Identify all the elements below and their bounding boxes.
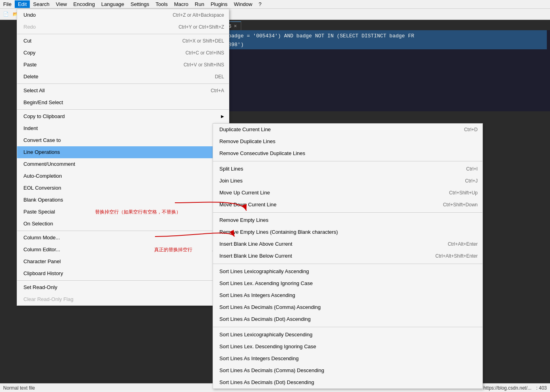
submenu-sep2 — [213, 212, 482, 213]
tab-close[interactable]: ✕ — [234, 24, 237, 28]
menu-cut-shortcut: Ctrl+X or Shift+DEL — [182, 37, 224, 45]
submenu-insert-blank-above[interactable]: Insert Blank Line Above Current Ctrl+Alt… — [213, 238, 482, 250]
menu-delete[interactable]: Delete DEL — [17, 71, 229, 83]
submenu-sort-int-asc[interactable]: Sort Lines As Integers Ascending — [213, 289, 482, 301]
menu-indent[interactable]: Indent ▶ — [17, 122, 229, 134]
submenu-sort-int-asc-label: Sort Lines As Integers Ascending — [219, 291, 295, 300]
menu-blank-operations[interactable]: Blank Operations ▶ — [17, 194, 229, 206]
submenu-insert-blank-above-label: Insert Blank Line Above Current — [219, 240, 292, 248]
menu-settings[interactable]: Settings — [128, 0, 153, 8]
menu-file[interactable]: File — [0, 0, 15, 8]
editor-area[interactable]: [124] a4f11826ad980c4:b23f24d200000000] … — [213, 20, 550, 111]
submenu-duplicate-line[interactable]: Duplicate Current Line Ctrl+D — [213, 124, 482, 136]
submenu-sort-lexi-asc-nocase[interactable]: Sort Lines Lex. Ascending Ignoring Case — [213, 278, 482, 289]
menu-run[interactable]: Run — [192, 0, 207, 8]
menu-redo-shortcut: Ctrl+Y or Ctrl+Shift+Z — [178, 23, 224, 31]
menu-paste[interactable]: Paste Ctrl+V or Shift+INS — [17, 59, 229, 71]
tabbar: new 6 ✕ — [213, 20, 550, 30]
menu-cut[interactable]: Cut Ctrl+X or Shift+DEL — [17, 35, 229, 47]
menu-delete-shortcut: DEL — [215, 72, 224, 81]
submenu-sort-lexi-asc[interactable]: Sort Lines Lexicographically Ascending — [213, 266, 482, 278]
submenu-sort-dec-dot-desc[interactable]: Sort Lines As Decimals (Dot) Descending — [213, 376, 482, 388]
menu-eol-conversion-label: EOL Conversion — [23, 184, 61, 192]
submenu-sort-dec-dot-asc[interactable]: Sort Lines As Decimals (Dot) Ascending — [213, 313, 482, 325]
menu-copy-to-clipboard-label: Copy to Clipboard — [23, 112, 65, 121]
submenu-sep3 — [213, 264, 482, 264]
menu-encoding[interactable]: Encoding — [70, 0, 98, 8]
editor-line-3: '012898') — [216, 41, 547, 49]
menu-search[interactable]: Search — [30, 0, 52, 8]
submenu-sort-dec-dot-asc-label: Sort Lines As Decimals (Dot) Ascending — [219, 315, 311, 324]
sep3 — [17, 109, 229, 110]
menu-character-panel[interactable]: Character Panel — [17, 256, 229, 268]
menu-auto-completion-label: Auto-Completion — [23, 172, 62, 180]
submenu-sort-dec-comma-asc[interactable]: Sort Lines As Decimals (Comma) Ascending — [213, 301, 482, 313]
menu-comment-uncomment-label: Comment/Uncomment — [23, 160, 75, 169]
main-container: File Edit Search View Encoding Language … — [0, 0, 550, 392]
menu-set-read-only[interactable]: Set Read-Only — [17, 281, 229, 293]
menu-auto-completion[interactable]: Auto-Completion ▶ — [17, 170, 229, 182]
submenu-sort-int-desc-label: Sort Lines As Integers Descending — [219, 354, 298, 363]
menu-redo-label: Redo — [23, 23, 36, 31]
menu-begin-end-select[interactable]: Begin/End Select — [17, 97, 229, 109]
menu-convert-case-label: Convert Case to — [23, 136, 61, 145]
menu-tools[interactable]: Tools — [153, 0, 171, 8]
menu-convert-case[interactable]: Convert Case to ▶ — [17, 134, 229, 146]
submenu-move-up-label: Move Up Current Line — [219, 188, 270, 197]
menu-undo-shortcut: Ctrl+Z or Alt+Backspace — [173, 11, 224, 19]
menu-set-read-only-label: Set Read-Only — [23, 283, 57, 292]
menu-clipboard-history[interactable]: Clipboard History — [17, 268, 229, 279]
submenu-sort-int-desc[interactable]: Sort Lines As Integers Descending — [213, 353, 482, 365]
menu-paste-shortcut: Ctrl+V or Shift+INS — [184, 60, 224, 69]
menu-character-panel-label: Character Panel — [23, 257, 61, 266]
menu-column-editor[interactable]: Column Editor... 真正的替换掉空行 Alt+C — [17, 244, 229, 256]
menu-indent-label: Indent — [23, 124, 38, 133]
menu-edit[interactable]: Edit — [15, 0, 30, 8]
submenu-move-up[interactable]: Move Up Current Line Ctrl+Shift+Up — [213, 187, 482, 199]
submenu-remove-consecutive-dup[interactable]: Remove Consecutive Duplicate Lines — [213, 147, 482, 159]
menu-on-selection[interactable]: On Selection ▶ — [17, 218, 229, 230]
submenu-move-down[interactable]: Move Down Current Line Ctrl+Shift+Down — [213, 199, 482, 211]
menu-redo[interactable]: Redo Ctrl+Y or Ctrl+Shift+Z — [17, 21, 229, 33]
menu-clear-read-only[interactable]: Clear Read-Only Flag — [17, 293, 229, 305]
editor-line-2-text: AND badge = '005434') AND badge NOT IN (… — [216, 33, 414, 39]
menu-select-all[interactable]: Select All Ctrl+A — [17, 85, 229, 97]
submenu-join-lines[interactable]: Join Lines Ctrl+J — [213, 175, 482, 187]
sep1 — [17, 34, 229, 34]
submenu-remove-empty-lines-label: Remove Empty Lines — [219, 216, 269, 225]
submenu-remove-consecutive-dup-label: Remove Consecutive Duplicate Lines — [219, 149, 305, 158]
menu-plugins[interactable]: Plugins — [207, 0, 231, 8]
submenu-join-lines-shortcut: Ctrl+J — [465, 177, 478, 185]
submenu-sort-lexi-desc[interactable]: Sort Lines Lexicographically Descending — [213, 329, 482, 341]
menu-view[interactable]: View — [53, 0, 70, 8]
menu-window[interactable]: Window — [231, 0, 256, 8]
menu-undo[interactable]: Undo Ctrl+Z or Alt+Backspace — [17, 9, 229, 21]
submenu-remove-empty-lines-blank[interactable]: Remove Empty Lines (Containing Blank cha… — [213, 226, 482, 238]
menu-eol-conversion[interactable]: EOL Conversion ▶ — [17, 182, 229, 194]
submenu-split-lines[interactable]: Split Lines Ctrl+I — [213, 163, 482, 175]
toolbar-new[interactable]: 📄 — [2, 10, 10, 19]
submenu-sort-lexi-desc-label: Sort Lines Lexicographically Descending — [219, 330, 312, 339]
annotation-paste-special: 替换掉空行（如果空行有空格，不替换） — [95, 208, 181, 216]
submenu-insert-blank-below[interactable]: Insert Blank Line Below Current Ctrl+Alt… — [213, 250, 482, 262]
sep2 — [17, 83, 229, 84]
line-operations-submenu: Duplicate Current Line Ctrl+D Remove Dup… — [213, 123, 483, 389]
menu-column-editor-label: Column Editor... — [23, 245, 60, 254]
submenu-duplicate-line-shortcut: Ctrl+D — [464, 125, 478, 134]
submenu-move-down-shortcut: Ctrl+Shift+Down — [443, 200, 478, 209]
menu-copy-to-clipboard[interactable]: Copy to Clipboard ▶ — [17, 111, 229, 122]
submenu-sort-dec-comma-desc[interactable]: Sort Lines As Decimals (Comma) Descendin… — [213, 365, 482, 376]
menu-column-mode[interactable]: Column Mode... — [17, 232, 229, 244]
submenu-remove-empty-lines[interactable]: Remove Empty Lines — [213, 214, 482, 226]
menu-copy[interactable]: Copy Ctrl+C or Ctrl+INS — [17, 47, 229, 59]
sep4 — [17, 231, 229, 231]
submenu-split-lines-label: Split Lines — [219, 165, 243, 173]
submenu-remove-duplicate[interactable]: Remove Duplicate Lines — [213, 136, 482, 147]
menu-language[interactable]: Language — [98, 0, 128, 8]
submenu-sort-lexi-desc-nocase[interactable]: Sort Lines Lex. Descending Ignoring Case — [213, 341, 482, 353]
menu-help[interactable]: ? — [256, 0, 265, 8]
menu-paste-special[interactable]: Paste Special 替换掉空行（如果空行有空格，不替换） ▶ — [17, 206, 229, 218]
menu-comment-uncomment[interactable]: Comment/Uncomment ▶ — [17, 158, 229, 170]
menu-macro[interactable]: Macro — [171, 0, 192, 8]
menu-line-operations[interactable]: Line Operations ▶ — [17, 146, 229, 158]
